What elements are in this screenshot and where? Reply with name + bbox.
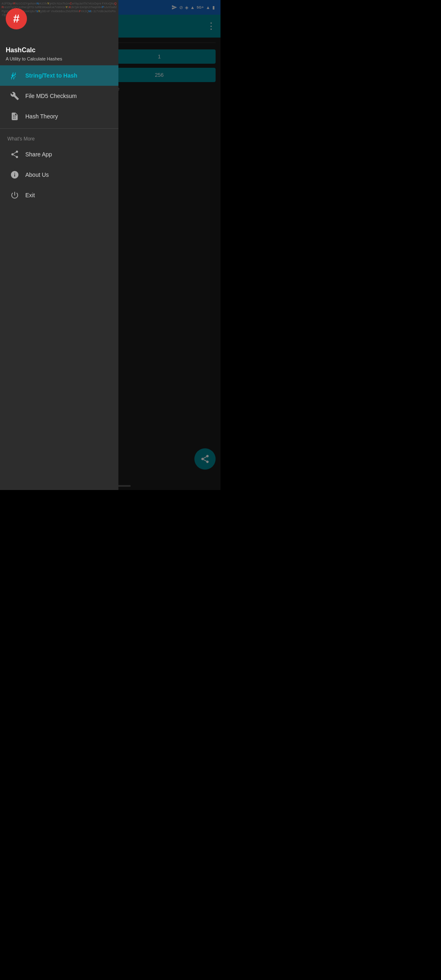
about-us-icon	[10, 170, 19, 179]
about-us-label: About Us	[25, 172, 49, 178]
wrench-icon	[7, 91, 22, 100]
hash-theory-icon	[10, 112, 19, 121]
navigation-drawer: A1Pf3lg4RNz1OJ2YgxlhzmNiA1OfxYgH2h N1isT…	[0, 0, 118, 490]
file-md5-icon	[10, 91, 19, 100]
share-app-label: Share App	[25, 151, 52, 158]
logo-hash-symbol: #	[13, 12, 20, 25]
drawer-divider	[0, 128, 118, 129]
document-icon	[7, 112, 22, 121]
hash-symbol-icon	[10, 71, 19, 80]
info-icon	[7, 170, 22, 179]
drawer-item-share-app[interactable]: Share App	[0, 144, 118, 165]
drawer-item-exit[interactable]: Exit	[0, 185, 118, 205]
drawer-app-subtitle: A Utility to Calculate Hashes	[6, 56, 62, 61]
drawer-item-string-to-hash[interactable]: String/Text to Hash	[0, 65, 118, 86]
drawer-body: String/Text to Hash File MD5 Checksum Ha…	[0, 65, 118, 490]
drawer-item-about-us[interactable]: About Us	[0, 165, 118, 185]
string-to-hash-label: String/Text to Hash	[25, 72, 77, 79]
power-icon	[7, 191, 22, 200]
share-app-icon	[10, 150, 19, 159]
drawer-header: A1Pf3lg4RNz1OJ2YgxlhzmNiA1OfxYgH2h N1isT…	[0, 0, 118, 65]
drawer-overlay[interactable]	[118, 0, 220, 490]
exit-label: Exit	[25, 192, 35, 198]
drawer-item-file-md5[interactable]: File MD5 Checksum	[0, 86, 118, 106]
drawer-item-hash-theory[interactable]: Hash Theory	[0, 106, 118, 127]
file-md5-label: File MD5 Checksum	[25, 93, 77, 99]
hash-icon	[7, 71, 22, 80]
drawer-app-name: HashCalc	[6, 47, 36, 54]
exit-icon	[10, 191, 19, 200]
app-logo: #	[6, 8, 27, 29]
share-icon	[7, 150, 22, 159]
whats-more-section-header: What's More	[0, 130, 118, 144]
hash-theory-label: Hash Theory	[25, 113, 58, 120]
